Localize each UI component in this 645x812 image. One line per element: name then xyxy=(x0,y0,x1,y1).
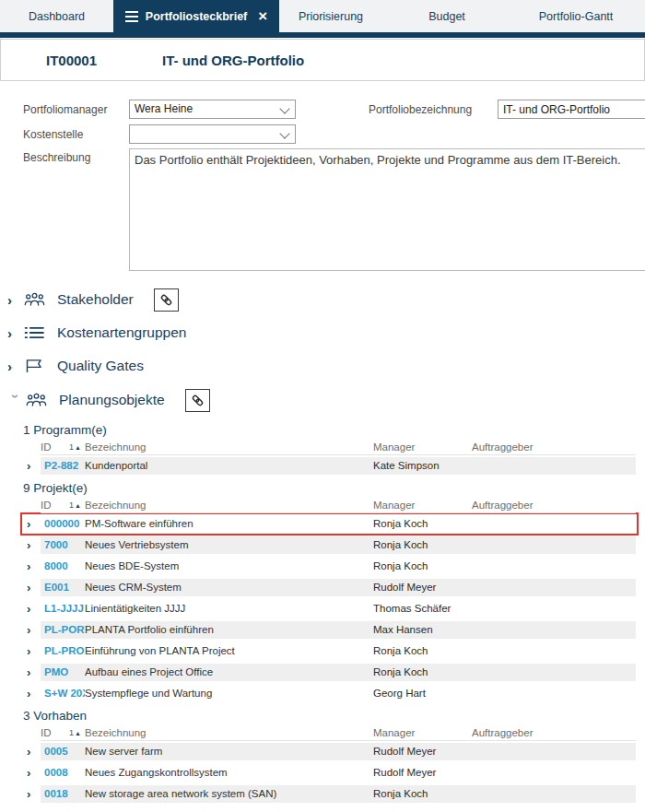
table-row-selected[interactable]: ›000000PM-Software einführenRonja Koch xyxy=(23,515,636,533)
tab-portfolio-gantt[interactable]: Portfolio-Gantt xyxy=(511,0,640,32)
table-row[interactable]: ›PL-PROJECTEinführung von PLANTA Project… xyxy=(23,642,636,660)
row-expand-chevron-icon[interactable]: › xyxy=(23,764,41,782)
section-quality-gates[interactable]: › Quality Gates xyxy=(0,354,144,378)
table-row[interactable]: ›PL-PORTFO...PLANTA Portfolio einführenM… xyxy=(23,621,636,639)
tab-label: Budget xyxy=(428,10,465,23)
table-row[interactable]: ›0008Neues ZugangskontrollsystemRudolf M… xyxy=(23,764,636,782)
section-stakeholder[interactable]: › Stakeholder xyxy=(0,288,179,312)
row-name: Einführung von PLANTA Project xyxy=(85,642,373,660)
row-id-link[interactable]: P2-882 xyxy=(41,457,85,475)
row-expand-chevron-icon[interactable]: › xyxy=(23,642,41,660)
row-expand-chevron-icon[interactable]: › xyxy=(23,685,41,702)
section-kostenartengruppen[interactable]: › Kostenartengruppen xyxy=(0,321,186,345)
row-expand-chevron-icon[interactable]: › xyxy=(23,515,41,533)
people-icon xyxy=(26,393,53,407)
group-programme: 1 Programm(e) ID 1▲ Bezeichnung Manager … xyxy=(23,422,636,475)
section-label: Stakeholder xyxy=(57,291,134,308)
table-row[interactable]: ›PMOAufbau eines Project OfficeRonja Koc… xyxy=(23,664,636,681)
row-id-link[interactable]: S+W 20XX xyxy=(41,685,85,702)
row-id-link[interactable]: 0018 xyxy=(41,785,85,803)
column-name: Bezeichnung xyxy=(85,441,373,454)
row-id-link[interactable]: PL-PROJECT xyxy=(41,642,85,660)
row-id-link[interactable]: 7000 xyxy=(41,536,85,554)
row-name: Neues Zugangskontrollsystem xyxy=(85,764,373,782)
row-id-link[interactable]: PMO xyxy=(41,664,85,681)
table-header: ID 1▲ Bezeichnung Manager Auftraggeber xyxy=(23,499,636,512)
beschreibung-textarea[interactable]: Das Portfolio enthält Projektideen, Vorh… xyxy=(129,148,645,271)
tab-bar: Dashboard Portfoliosteckbrief × Priorisi… xyxy=(0,0,645,32)
chevron-right-icon[interactable]: › xyxy=(7,293,24,307)
tab-dashboard[interactable]: Dashboard xyxy=(0,0,113,32)
column-manager: Manager xyxy=(373,499,472,512)
row-id-link[interactable]: L1-JJJJ xyxy=(41,600,85,618)
row-id-link[interactable]: PL-PORTFO... xyxy=(41,621,85,639)
chevron-down-icon[interactable]: › xyxy=(9,394,23,406)
row-stripe: 0005New server farmRudolf Meyer xyxy=(41,743,636,760)
hamburger-menu-icon[interactable] xyxy=(125,11,138,22)
row-expand-chevron-icon[interactable]: › xyxy=(23,664,41,681)
column-client: Auftraggeber xyxy=(472,441,636,454)
row-manager: Rudolf Meyer xyxy=(373,764,472,782)
kostenstelle-select[interactable] xyxy=(129,124,296,144)
row-id-link[interactable]: E001 xyxy=(41,579,85,596)
sort-indicator[interactable]: 1▲ xyxy=(69,499,81,512)
table-row[interactable]: ›P2-882KundenportalKate Simpson xyxy=(23,457,636,475)
row-manager: Rudolf Meyer xyxy=(373,743,472,760)
tabbar-accent-strip xyxy=(0,32,645,38)
row-name: Linientätigkeiten JJJJ xyxy=(85,600,373,618)
tab-priorisierung[interactable]: Priorisierung xyxy=(279,0,382,32)
row-manager: Ronja Koch xyxy=(373,536,472,554)
row-manager: Ronja Koch xyxy=(373,642,472,660)
section-planungsobjekte[interactable]: › Planungsobjekte xyxy=(0,388,210,412)
table-row[interactable]: ›S+W 20XXSystempflege und WartungGeorg H… xyxy=(23,685,636,702)
close-icon[interactable]: × xyxy=(258,8,267,24)
row-expand-chevron-icon[interactable]: › xyxy=(23,621,41,639)
row-expand-chevron-icon[interactable]: › xyxy=(23,743,41,760)
page-title: IT- und ORG-Portfolio xyxy=(162,53,304,68)
tab-label: Portfolio-Gantt xyxy=(539,10,614,23)
row-expand-chevron-icon[interactable]: › xyxy=(23,579,41,596)
table-row[interactable]: ›E001Neues CRM-SystemRudolf Meyer xyxy=(23,579,636,596)
table-row[interactable]: ›0005New server farmRudolf Meyer xyxy=(23,743,636,760)
row-stripe: P2-882KundenportalKate Simpson xyxy=(41,457,636,475)
sort-indicator[interactable]: 1▲ xyxy=(69,726,81,740)
link-button[interactable] xyxy=(185,389,210,412)
group-vorhaben: 3 Vorhaben ID 1▲ Bezeichnung Manager Auf… xyxy=(23,708,636,803)
chevron-right-icon[interactable]: › xyxy=(7,326,24,340)
link-button[interactable] xyxy=(154,288,179,312)
row-expand-chevron-icon[interactable]: › xyxy=(23,558,41,575)
row-stripe: 0008Neues ZugangskontrollsystemRudolf Me… xyxy=(41,764,636,782)
table-row[interactable]: ›8000Neues BDE-SystemRonja Koch xyxy=(23,558,636,575)
portfoliobezeichnung-input[interactable] xyxy=(498,100,645,119)
row-client xyxy=(472,600,636,618)
row-name: New storage area network system (SAN) xyxy=(85,785,373,803)
sort-indicator[interactable]: 1▲ xyxy=(69,441,81,454)
row-expand-chevron-icon[interactable]: › xyxy=(23,457,41,475)
list-icon xyxy=(24,325,52,340)
row-id-link[interactable]: 000000 xyxy=(41,515,85,533)
column-name: Bezeichnung xyxy=(85,499,373,512)
table-row[interactable]: ›L1-JJJJLinientätigkeiten JJJJThomas Sch… xyxy=(23,600,636,618)
row-manager: Max Hansen xyxy=(373,621,472,639)
row-id-link[interactable]: 8000 xyxy=(41,558,85,575)
row-id-link[interactable]: 0008 xyxy=(41,764,85,782)
portfoliomanager-select[interactable]: Wera Heine xyxy=(129,100,296,119)
table-row[interactable]: ›7000Neues VertriebsystemRonja Koch xyxy=(23,536,636,554)
chevron-right-icon[interactable]: › xyxy=(7,359,24,373)
row-expand-chevron-icon[interactable]: › xyxy=(23,600,41,618)
row-id-link[interactable]: 0005 xyxy=(41,743,85,760)
group-heading: 3 Vorhaben xyxy=(23,708,636,724)
tab-budget[interactable]: Budget xyxy=(382,0,511,32)
tab-label: Dashboard xyxy=(29,10,85,23)
table-row[interactable]: ›0018New storage area network system (SA… xyxy=(23,785,636,803)
column-manager: Manager xyxy=(373,726,472,740)
row-stripe: L1-JJJJLinientätigkeiten JJJJThomas Schä… xyxy=(41,600,636,618)
row-expand-chevron-icon[interactable]: › xyxy=(23,536,41,554)
row-manager: Ronja Koch xyxy=(373,515,472,533)
row-name: Neues BDE-System xyxy=(85,558,373,575)
row-manager: Thomas Schäfer xyxy=(373,600,472,618)
row-expand-chevron-icon[interactable]: › xyxy=(23,785,41,803)
tab-label: Priorisierung xyxy=(299,10,363,23)
tab-portfoliosteckbrief[interactable]: Portfoliosteckbrief × xyxy=(113,0,279,32)
kostenstelle-label: Kostenstelle xyxy=(23,128,83,141)
